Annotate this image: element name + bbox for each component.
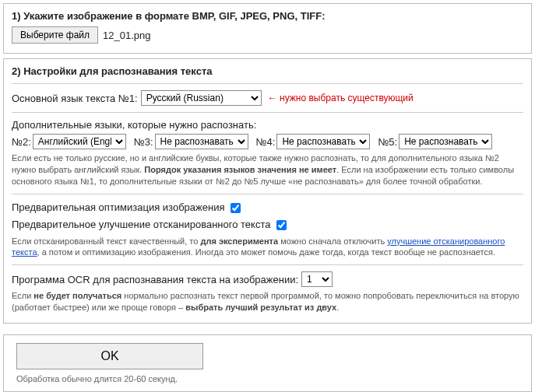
selected-filename: 12_01.png bbox=[103, 30, 150, 41]
main-lang-label: Основной язык текста №1: bbox=[12, 93, 138, 104]
lang3-label: №3: bbox=[134, 136, 153, 148]
lang4-select[interactable]: Не распознавать bbox=[276, 134, 370, 149]
extra-langs-label: Дополнительные языки, которые нужно расп… bbox=[12, 119, 523, 131]
divider bbox=[12, 112, 523, 113]
divider bbox=[12, 264, 523, 265]
ocr-program-select[interactable]: 1 bbox=[301, 271, 333, 287]
lang5-label: №5: bbox=[378, 136, 397, 148]
main-lang-select[interactable]: Русский (Russian) bbox=[141, 90, 262, 106]
langs-note: Если есть не только русские, но и англий… bbox=[12, 152, 523, 187]
lang5-select[interactable]: Не распознавать bbox=[399, 134, 492, 149]
improve-note: Если отсканированный текст качественный,… bbox=[12, 236, 523, 259]
section-file: 1) Укажите изображение в формате BMP, GI… bbox=[3, 3, 532, 54]
lang3-select[interactable]: Не распознавать bbox=[155, 134, 248, 149]
section1-title: 1) Укажите изображение в формате BMP, GI… bbox=[12, 10, 523, 22]
lang2-label: №2: bbox=[12, 136, 31, 148]
section2-title: 2) Настройки для распознавания текста bbox=[12, 65, 523, 77]
cb-improve[interactable] bbox=[276, 220, 287, 230]
ocr-program-label: Программа OCR для распознавания текста н… bbox=[12, 274, 298, 285]
cb-optimize[interactable] bbox=[231, 203, 241, 213]
cb-improve-label: Предварительное улучшение отсканированно… bbox=[12, 218, 270, 229]
processing-note: Обработка обычно длится 20-60 секунд. bbox=[16, 374, 519, 383]
main-lang-hint: ← нужно выбрать существующий bbox=[268, 93, 414, 103]
ok-button[interactable]: OK bbox=[16, 343, 203, 369]
lang4-label: №4: bbox=[256, 136, 276, 148]
ocr-program-note: Если не будет получаться нормально распо… bbox=[12, 290, 523, 313]
choose-file-button[interactable]: Выберите файл bbox=[12, 26, 98, 44]
section-settings: 2) Настройки для распознавания текста Ос… bbox=[3, 58, 532, 324]
divider bbox=[12, 194, 523, 194]
divider bbox=[12, 83, 523, 84]
lang2-select[interactable]: Английский (Englis bbox=[33, 134, 126, 149]
cb-optimize-label: Предварительная оптимизация изображения bbox=[12, 201, 224, 212]
section-submit: OK Обработка обычно длится 20-60 секунд. bbox=[3, 334, 532, 392]
